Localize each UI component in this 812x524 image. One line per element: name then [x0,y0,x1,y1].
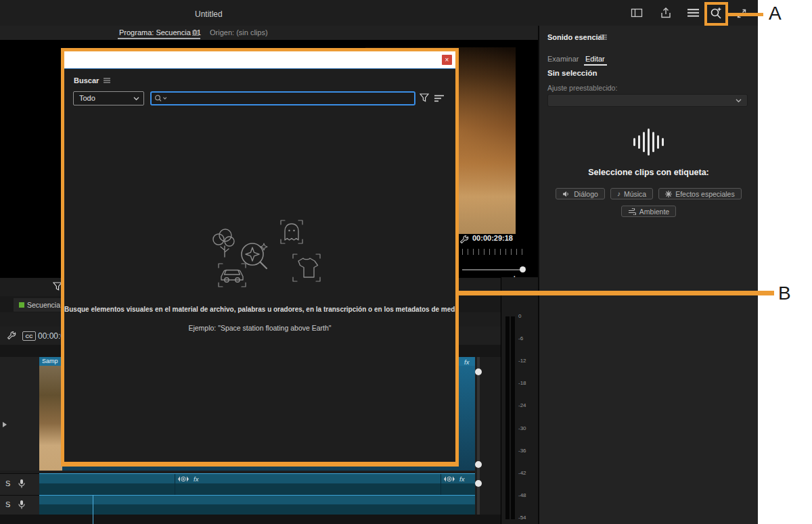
tag-ambience-button[interactable]: Ambiente [621,206,676,217]
dialogue-icon [562,191,570,197]
meter-scale: 0 -6 -12 -18 -24 -30 -36 -42 -48 -54 [518,314,526,521]
meter-scale-label: -36 [518,448,526,454]
mic-icon[interactable] [18,500,26,510]
audio-meters: 0 -6 -12 -18 -24 -30 -36 -42 -48 -54 [501,277,538,524]
close-button[interactable]: × [442,55,452,65]
program-timecode[interactable]: 00:00:29:18 [472,234,513,242]
track-expand-icon[interactable] [3,422,7,427]
tag-sfx-button[interactable]: Efectos especiales [658,188,742,199]
solo-button[interactable]: S [5,500,10,508]
meter-scale-label: -30 [518,426,526,431]
scrollbar-handle[interactable] [475,368,482,375]
cc-captions-icon[interactable]: CC [22,331,36,341]
dialog-body: Buscar Todo [64,68,455,462]
sequence-color-chip [19,302,24,308]
solo-button[interactable]: S [5,479,10,487]
annotation-a-line [728,13,763,16]
preset-label: Ajuste preestablecido: [547,84,617,92]
scrollbar-handle[interactable] [520,266,526,272]
panel-menu-icon[interactable] [104,78,110,83]
annotation-a-box [704,2,728,26]
active-tab-underline [584,64,607,66]
tab-edit[interactable]: Editar [585,55,605,63]
keyframe-nav-icon[interactable] [443,476,455,482]
waveform-area [39,483,475,495]
meter-scale-label: -12 [518,358,526,364]
tab-source-monitor[interactable]: Origen: (sin clips) [210,28,268,37]
scrollbar-handle[interactable] [475,480,482,487]
meter-scale-label: -42 [518,471,526,476]
tag-dialogue-button[interactable]: Diálogo [556,188,605,199]
empty-state-description: Busque elementos visuales en el material… [64,306,455,313]
select-clips-heading: Seleccione clips con etiqueta: [539,168,758,177]
video-track-header [0,357,39,471]
monitor-tab-row: Programa: Secuencia 01 Origen: (sin clip… [0,26,538,41]
meter-scale-label: -54 [518,515,526,521]
selection-status: Sin selección [547,69,597,77]
audio-track-header-a2: S [0,495,39,515]
window-title: Untitled [195,9,223,19]
tab-program-monitor[interactable]: Programa: Secuencia 01 [119,28,201,37]
clip-boundary [175,474,175,495]
meter-scale-label: -24 [518,403,526,408]
timeline-vscrollbar[interactable] [477,357,480,516]
preset-dropdown[interactable] [547,94,748,107]
playhead-line[interactable] [93,495,93,524]
annotation-b-line [457,291,774,295]
meter-scale-label: -6 [518,336,526,341]
dialog-titlebar[interactable]: × [64,51,455,68]
waveform-area [39,504,475,515]
fx-badge[interactable]: fx [459,475,464,483]
audio-clip[interactable] [39,495,475,515]
meter-scale-label: 0 [518,314,526,319]
scope-dropdown-value: Todo [79,94,95,102]
quick-export-icon[interactable] [660,7,672,19]
tag-music-button[interactable]: ♪ Música [610,188,653,199]
panel-menu-icon[interactable] [600,34,607,40]
tag-label: Ambiente [639,208,669,216]
meter-bar [505,316,510,519]
tag-buttons-row: Ambiente [539,206,758,217]
chevron-down-icon [736,99,742,103]
annotation-a-label: A [769,3,782,24]
dialog-panel-title: Buscar [74,76,99,85]
timeline-bottom-strip [0,515,501,524]
search-dialog: × Buscar Todo [61,48,459,467]
meter-bar [511,316,515,519]
search-input[interactable] [150,91,415,105]
tag-label: Música [624,190,646,198]
essential-sound-panel: Sonido esencial Examinar Editar Sin sele… [538,26,758,524]
music-icon: ♪ [617,191,621,197]
audio-clip[interactable]: fx fx [39,473,475,494]
panel-title: Sonido esencial [547,33,604,41]
waveform-icon [539,128,758,156]
monitor-scrollbar[interactable] [462,269,525,270]
active-tab-underline [118,38,200,39]
sequence-tab-label: Secuencia [27,301,60,309]
settings-wrench-icon[interactable] [459,235,469,244]
filter-icon[interactable] [420,93,429,102]
wrench-icon[interactable] [7,331,16,340]
empty-state-example: Ejemplo: "Space station floating above E… [64,324,455,332]
tab-browse[interactable]: Examinar [547,55,579,63]
clip-thumbnail [39,366,62,471]
monitor-ruler[interactable] [462,249,526,255]
fx-badge[interactable]: fx [194,475,198,483]
keyframe-nav-icon[interactable] [177,476,189,482]
scrollbar-handle[interactable] [475,461,482,468]
chevron-down-icon [133,97,139,101]
panel-menu-icon[interactable] [192,30,199,36]
app-window: Untitled Programa: Secuencia 01 [0,0,758,524]
scope-dropdown[interactable]: Todo [73,91,144,105]
panel-layout-icon[interactable] [631,7,643,18]
fx-badge[interactable]: fx [464,358,469,366]
mic-icon[interactable] [18,479,26,489]
ambience-wind-icon [628,208,636,215]
meter-scale-label: -18 [518,381,526,386]
search-icon [154,94,169,103]
tab-sequence[interactable]: Secuencia [14,298,62,312]
tag-label: Diálogo [574,190,598,198]
workspaces-icon[interactable] [687,9,699,17]
sort-icon[interactable] [434,95,445,102]
screenshot-root: Untitled Programa: Secuencia 01 [0,0,812,524]
